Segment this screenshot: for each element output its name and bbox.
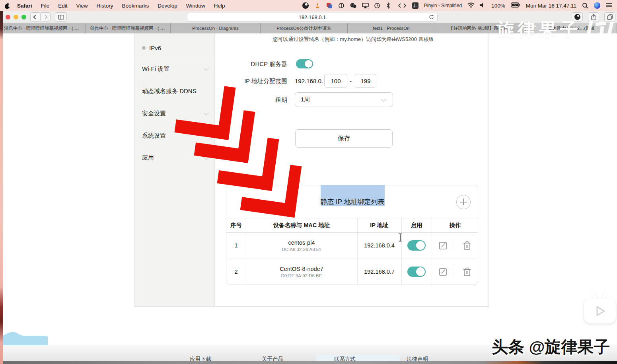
menu-develop[interactable]: Develop [158,3,177,9]
lease-select[interactable]: 1周 [295,92,393,107]
circle-slash-icon[interactable] [338,2,345,9]
code-brackets-icon[interactable] [398,2,407,9]
row2-index: 2 [226,259,246,285]
wifi-icon[interactable] [467,2,474,9]
menubar-clock[interactable]: Mon Mar 16 17:47:11 [526,3,576,9]
minimize-window-button[interactable] [14,15,18,19]
ip-prefix-text: 192.168.0. [295,78,323,84]
sidebar-item-apps[interactable]: 应用 [142,154,154,162]
chat-bubbles-icon[interactable] [350,2,356,9]
app-tray-icon[interactable] [302,2,309,9]
tab-overview-button[interactable] [604,12,615,21]
address-bar[interactable] [187,13,438,21]
row2-ip: 192.168.0.7 [357,259,401,285]
time-machine-icon[interactable] [374,2,380,9]
col-header-index: 序号 [226,218,246,232]
spotlight-icon[interactable] [582,2,588,9]
tab-processon-diagrams[interactable]: ProcessOn - Diagrams [171,23,261,33]
row1-delete-icon[interactable] [463,241,471,252]
forward-button[interactable] [40,12,51,21]
action-divider [454,267,454,277]
screen: Safari File Edit View History Bookmarks … [0,0,617,364]
sidebar-item-ipv6[interactable]: IPv6 [149,45,161,51]
watermark-bottom-right: 头条 @旋律果子 [492,336,610,358]
input-source-label[interactable]: Pinyin - Simplified [424,3,462,8]
menu-file[interactable]: File [41,3,50,9]
notification-center-icon[interactable] [606,2,612,9]
row2-mac: D0:DF:9A:92:D6:BE [281,273,322,278]
battery-percent: 100% [491,3,505,9]
add-binding-button[interactable] [456,195,471,209]
tab-bilibili-creator[interactable]: 创作中心 - 哔哩哔哩弹幕视频网 - ( ゜-… [86,23,171,33]
menu-history[interactable]: History [97,3,113,9]
tab-processon-test1[interactable]: test1 - ProcessOn [348,23,435,33]
col-header-device-mac: 设备名称与 MAC 地址 [246,218,357,232]
text-cursor-ibeam [397,233,403,243]
sidebar-item-system-settings[interactable]: 系统设置 [142,132,166,140]
watermark-top-right: 旋律果子 [496,18,581,42]
col-header-ip: IP 地址 [357,218,401,232]
row1-ip: 192.168.0.4 [357,232,401,259]
row2-edit-icon[interactable] [439,267,448,278]
desktop-wallpaper-edge [0,11,3,364]
reload-icon[interactable] [429,14,434,21]
menu-help[interactable]: Help [214,3,225,9]
row1-edit-icon[interactable] [439,241,448,252]
zoom-window-button[interactable] [21,15,26,19]
tab-bilibili-messages[interactable]: 消息中心 - 哔哩哔哩弹幕视频网 - ( ゜-… [0,23,86,33]
battery-icon[interactable] [511,2,520,9]
back-button[interactable] [30,12,41,21]
menu-safari[interactable]: Safari [17,3,32,9]
menu-window[interactable]: Window [186,3,205,9]
airplay-display-icon[interactable] [362,2,368,9]
row1-enable-toggle[interactable] [407,240,426,251]
domain-hint-text: 您可以通过设置域名（例如：my.home）访问华为路由WS5200 四核版 [218,36,489,43]
menu-bookmarks[interactable]: Bookmarks [122,3,149,9]
play-tv-icon[interactable] [582,291,617,325]
action-divider [454,240,454,251]
panel-bottom-border [134,306,489,307]
wave-decoration [3,330,48,345]
photos-overlap-icon[interactable] [326,2,333,9]
apple-menu-icon[interactable] [5,3,10,9]
row1-device: centos-pi4DC:A6:32:36:A8:51 [246,232,357,259]
vlc-cone-icon[interactable] [314,2,321,9]
sidebar-item-wifi-settings[interactable]: Wi-Fi 设置 [142,65,169,73]
dhcp-server-label: DHCP 服务器 [215,60,287,68]
bluetooth-icon[interactable] [386,2,392,9]
row1-mac: DC:A6:32:36:A8:51 [282,247,321,252]
save-button[interactable]: 保存 [295,129,393,148]
row2-delete-icon[interactable] [463,267,471,278]
chevron-down-icon [381,97,386,102]
chevron-down-icon [204,66,209,71]
volume-icon[interactable] [479,2,486,9]
row1-index: 1 [226,232,246,259]
lease-value: 1周 [301,96,310,103]
menu-view[interactable]: View [76,3,88,9]
row2-enable-toggle[interactable] [407,267,426,277]
video-progress-strip [3,361,617,364]
ip-range-start-input[interactable] [324,74,347,88]
tab-processon-form[interactable]: ProcessOn公益计划申请表 [261,23,348,33]
macos-menubar: Safari File Edit View History Bookmarks … [0,0,617,11]
settings-sidebar: IPv6 Wi-Fi 设置 动态域名服务 DDNS 安全设置 系统设置 应用 [134,33,215,306]
sidebar-item-security-settings[interactable]: 安全设置 [142,110,166,117]
range-dash: - [350,78,352,84]
panel-right-border [489,33,489,306]
input-source-icon[interactable] [412,2,418,9]
ip-range-label: IP 地址分配范围 [215,78,287,85]
sidebar-divider [135,58,215,58]
col-header-actions: 操作 [432,218,479,232]
row2-device: CentOS-8-node7D0:DF:9A:92:D6:BE [246,259,357,285]
router-admin-page: IPv6 Wi-Fi 设置 动态域名服务 DDNS 安全设置 系统设置 应用 您… [3,33,617,364]
sidebar-toggle-button[interactable] [55,12,67,21]
menu-edit[interactable]: Edit [58,3,67,9]
siri-icon[interactable] [594,2,600,9]
red-arrow-annotation [240,159,302,218]
radio-dot-icon [142,46,146,50]
dhcp-server-toggle[interactable] [296,59,313,68]
ip-range-end-input[interactable] [355,74,376,88]
close-window-button[interactable] [6,15,10,19]
col-header-enabled: 启用 [401,218,432,232]
